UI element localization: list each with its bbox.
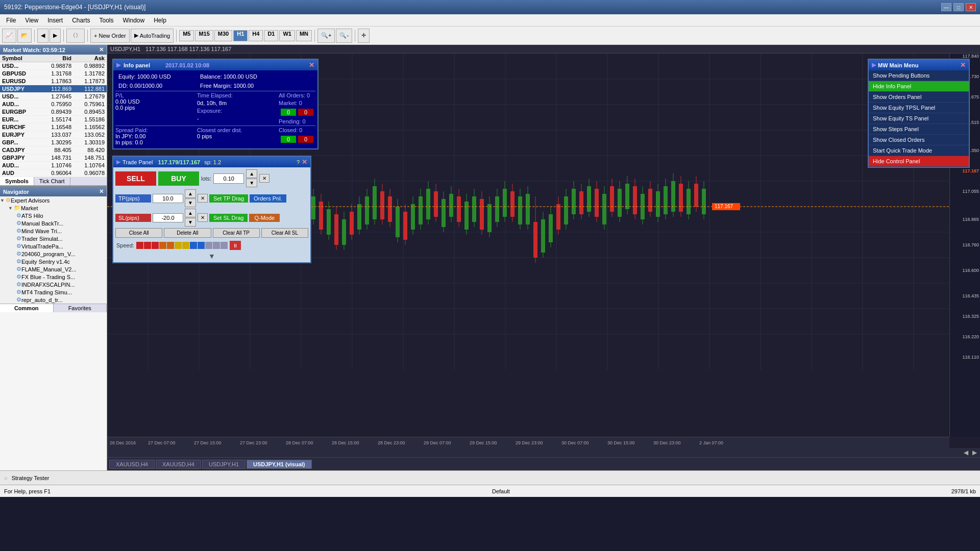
chart-tab-xauusd-h4-2[interactable]: XAUUSD,H4 xyxy=(156,460,201,469)
mw-tab-symbols[interactable]: Symbols xyxy=(0,177,34,185)
lots-input[interactable] xyxy=(213,173,244,184)
nav-item-ats-hilo[interactable]: ⚙ ATS Hilo xyxy=(16,212,107,219)
menu-window[interactable]: Window xyxy=(119,16,149,25)
toolbar-open[interactable]: 📂 xyxy=(17,29,32,43)
tp-down[interactable]: ▼ xyxy=(185,198,196,207)
tp-up[interactable]: ▲ xyxy=(185,189,196,198)
set-tp-drag-btn[interactable]: Set TP Drag xyxy=(209,194,248,203)
nav-item-204060[interactable]: ⚙ 204060_program_V... xyxy=(16,250,107,258)
tf-m15[interactable]: M15 xyxy=(195,30,213,41)
nav-tab-common[interactable]: Common xyxy=(0,304,54,312)
tp-input[interactable] xyxy=(153,194,183,203)
sl-clear[interactable]: ✕ xyxy=(198,213,208,222)
new-order-btn[interactable]: + New Order xyxy=(90,29,130,43)
nav-item-trader-simulat[interactable]: ⚙ Trader Simulat... xyxy=(16,235,107,242)
nav-item-flame[interactable]: ⚙ FLAME_Manual_V2... xyxy=(16,265,107,273)
nav-item-repr[interactable]: ⚙ repr_auto_d_tr... xyxy=(16,296,107,304)
crosshair-btn[interactable]: ✛ xyxy=(358,29,370,43)
maximize-btn[interactable]: □ xyxy=(953,3,964,11)
mw-row[interactable]: AUD... 0.75950 0.75961 xyxy=(0,101,107,108)
delete-all-btn[interactable]: Delete All xyxy=(164,228,211,238)
nav-item-fxblue[interactable]: ⚙ FX Blue - Trading S... xyxy=(16,273,107,281)
toolbar-fwd[interactable]: ▶ xyxy=(50,29,61,43)
close-all-btn[interactable]: Close All xyxy=(115,228,162,238)
strategy-tester-label[interactable]: Strategy Tester xyxy=(12,475,50,481)
show-orders-panel-btn[interactable]: Show Orders Panel xyxy=(869,92,969,103)
nav-item-virtualtrade[interactable]: ⚙ VirtualTradePa... xyxy=(16,242,107,250)
clear-all-tp-btn[interactable]: Clear All TP xyxy=(213,228,260,238)
info-panel-close[interactable]: ✕ xyxy=(309,61,314,69)
mw-row[interactable]: EURGBP 0.89439 0.89453 xyxy=(0,108,107,116)
nav-item-market[interactable]: ▼ 📁 Market xyxy=(8,204,107,212)
orders-pnl-btn[interactable]: Orders Pnl. xyxy=(250,194,286,203)
mw-row[interactable]: GBPJPY 148.731 148.751 xyxy=(0,154,107,162)
tf-h4[interactable]: H4 xyxy=(249,30,263,41)
mw-row[interactable]: USD... 1.27645 1.27679 xyxy=(0,93,107,101)
clear-all-sl-btn[interactable]: Clear All SL xyxy=(261,228,308,238)
zoom-out-btn[interactable]: 🔍- xyxy=(336,29,352,43)
mw-row[interactable]: AUD 0.96064 0.96078 xyxy=(0,169,107,177)
show-steps-panel-btn[interactable]: Show Steps Panel xyxy=(869,124,969,135)
chart-tab-xauusd-h4-1[interactable]: XAUUSD,H4 xyxy=(109,460,155,469)
sl-up[interactable]: ▲ xyxy=(185,209,196,217)
scroll-left-icon[interactable]: ◀ xyxy=(962,449,970,456)
start-quick-trade-btn[interactable]: Start Quick Trade Mode xyxy=(869,145,969,156)
zoom-in-btn[interactable]: 🔍+ xyxy=(317,29,335,43)
mw-row[interactable]: GBP... 1.30295 1.30319 xyxy=(0,139,107,146)
sl-input[interactable] xyxy=(153,213,183,222)
chart-tab-usdjpy-h1[interactable]: USDJPY,H1 xyxy=(202,460,246,469)
mw-row[interactable]: AUD... 1.10746 1.10764 xyxy=(0,162,107,169)
mw-menu-close[interactable]: ✕ xyxy=(960,61,966,69)
show-equity-ts-btn[interactable]: Show Equity TS Panel xyxy=(869,113,969,124)
mw-row[interactable]: EURJPY 133.037 133.052 xyxy=(0,131,107,139)
nav-item-expert-advisors[interactable]: ▼ ⚙ Expert Advisors xyxy=(0,196,107,204)
menu-help[interactable]: Help xyxy=(150,16,170,25)
hide-info-panel-btn[interactable]: Hide Info Panel xyxy=(869,81,969,92)
trade-panel-expand-icon[interactable]: ▼ xyxy=(208,252,215,260)
lots-clear[interactable]: ✕ xyxy=(259,174,270,183)
mw-row[interactable]: CADJPY 88.405 88.420 xyxy=(0,146,107,154)
nav-item-equity-sentry[interactable]: ⚙ Equity Sentry v1.4c xyxy=(16,258,107,265)
show-pending-btn[interactable]: Show Pending Buttons xyxy=(869,70,969,81)
auto-trading-btn[interactable]: ▶ AutoTrading xyxy=(131,29,174,43)
trade-help-icon[interactable]: ? xyxy=(297,159,300,165)
mw-row-usdjpy[interactable]: USDJPY 112.869 112.881 xyxy=(0,85,107,93)
lots-up[interactable]: ▲ xyxy=(246,169,257,178)
toolbar-indicators[interactable]: 〈〉 xyxy=(66,29,85,43)
toolbar-new-chart[interactable]: 📈 xyxy=(2,29,16,43)
mw-row[interactable]: GBPUSD 1.31768 1.31782 xyxy=(0,70,107,78)
chart-tab-usdjpy-h1-visual[interactable]: USDJPY,H1 (visual) xyxy=(247,460,311,469)
mw-row[interactable]: USD... 0.98878 0.98892 xyxy=(0,62,107,70)
navigator-close-icon[interactable]: ✕ xyxy=(99,188,104,195)
nav-item-mt4[interactable]: ⚙ MT4 Trading Simu... xyxy=(16,288,107,296)
buy-button[interactable]: BUY xyxy=(158,171,199,186)
market-watch-close-icon[interactable]: ✕ xyxy=(99,46,104,53)
menu-charts[interactable]: Charts xyxy=(68,16,94,25)
show-equity-tpsl-btn[interactable]: Show Equity TPSL Panel xyxy=(869,103,969,113)
tf-w1[interactable]: W1 xyxy=(279,30,295,41)
nav-item-mind-wave-tri[interactable]: ⚙ Mind Wave Tri... xyxy=(16,227,107,235)
tp-clear[interactable]: ✕ xyxy=(198,194,208,203)
mw-row[interactable]: EURUSD 1.17863 1.17873 xyxy=(0,78,107,85)
tf-m5[interactable]: M5 xyxy=(179,30,194,41)
mw-row[interactable]: EURCHF 1.16548 1.16562 xyxy=(0,123,107,131)
hide-control-panel-btn[interactable]: Hide Control Panel xyxy=(869,156,969,167)
trade-panel-close[interactable]: ✕ xyxy=(302,158,307,166)
tf-h1[interactable]: H1 xyxy=(233,30,248,41)
menu-file[interactable]: File xyxy=(2,16,20,25)
menu-insert[interactable]: Insert xyxy=(43,16,67,25)
nav-item-manual-backtr[interactable]: ⚙ Manual BackTr... xyxy=(16,219,107,227)
nav-tab-favorites[interactable]: Favorites xyxy=(54,304,107,312)
show-closed-orders-btn[interactable]: Show Closed Orders xyxy=(869,135,969,145)
sl-down[interactable]: ▼ xyxy=(185,218,196,227)
minimize-btn[interactable]: — xyxy=(941,3,951,11)
mw-tab-tickchart[interactable]: Tick Chart xyxy=(34,177,70,185)
pause-btn[interactable]: ⏸ xyxy=(230,241,241,250)
tf-mn[interactable]: MN xyxy=(296,30,312,41)
mw-row[interactable]: EUR... 1.55174 1.55186 xyxy=(0,116,107,123)
tf-d1[interactable]: D1 xyxy=(264,30,278,41)
set-sl-drag-btn[interactable]: Set SL Drag xyxy=(209,214,248,222)
q-mode-btn[interactable]: Q-Mode xyxy=(249,214,280,222)
menu-tools[interactable]: Tools xyxy=(95,16,118,25)
nav-item-indrafx[interactable]: ⚙ INDRAFXSCALPIN... xyxy=(16,281,107,288)
